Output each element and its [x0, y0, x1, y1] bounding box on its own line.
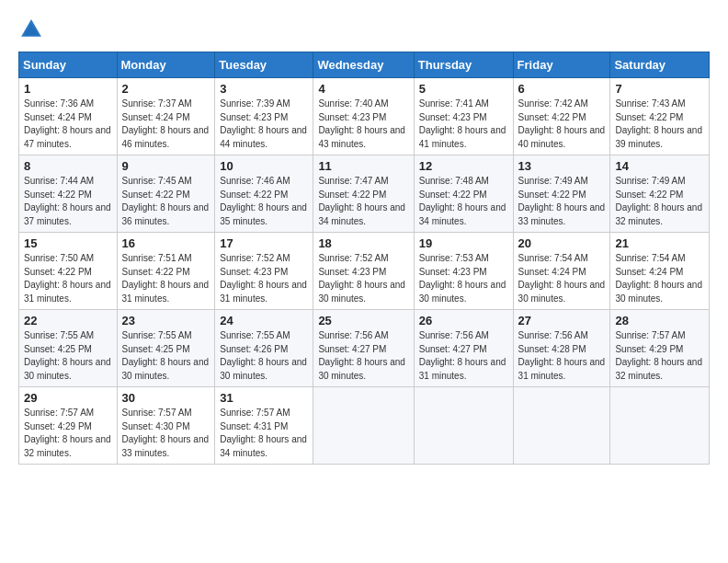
day-number: 9: [122, 159, 210, 173]
calendar-body: 1 Sunrise: 7:36 AMSunset: 4:24 PMDayligh…: [19, 78, 710, 465]
calendar-cell: 30 Sunrise: 7:57 AMSunset: 4:30 PMDaylig…: [117, 387, 215, 465]
day-info: Sunrise: 7:57 AMSunset: 4:30 PMDaylight:…: [122, 408, 210, 458]
calendar-cell: 29 Sunrise: 7:57 AMSunset: 4:29 PMDaylig…: [19, 387, 118, 465]
calendar-cell: 18 Sunrise: 7:52 AMSunset: 4:23 PMDaylig…: [313, 233, 414, 310]
day-info: Sunrise: 7:41 AMSunset: 4:23 PMDaylight:…: [419, 98, 506, 149]
day-number: 30: [122, 391, 210, 405]
weekday-row: Sunday Monday Tuesday Wednesday Thursday…: [19, 52, 710, 78]
calendar-week-1: 1 Sunrise: 7:36 AMSunset: 4:24 PMDayligh…: [19, 78, 710, 155]
day-info: Sunrise: 7:39 AMSunset: 4:23 PMDaylight:…: [220, 98, 307, 149]
day-number: 4: [318, 82, 408, 96]
day-number: 23: [122, 314, 210, 327]
calendar-cell: [313, 387, 414, 465]
day-number: 29: [24, 391, 112, 405]
day-number: 14: [615, 159, 704, 173]
day-number: 22: [24, 314, 112, 327]
calendar-cell: 27 Sunrise: 7:56 AMSunset: 4:28 PMDaylig…: [513, 310, 610, 387]
day-info: Sunrise: 7:56 AMSunset: 4:27 PMDaylight:…: [318, 330, 405, 381]
calendar-week-5: 29 Sunrise: 7:57 AMSunset: 4:29 PMDaylig…: [19, 387, 710, 465]
calendar-cell: 12 Sunrise: 7:48 AMSunset: 4:22 PMDaylig…: [414, 155, 513, 233]
day-info: Sunrise: 7:42 AMSunset: 4:22 PMDaylight:…: [518, 98, 606, 149]
day-number: 3: [220, 82, 308, 96]
day-info: Sunrise: 7:54 AMSunset: 4:24 PMDaylight:…: [615, 253, 702, 304]
day-number: 6: [518, 82, 606, 96]
calendar-cell: 14 Sunrise: 7:49 AMSunset: 4:22 PMDaylig…: [610, 155, 710, 233]
day-info: Sunrise: 7:57 AMSunset: 4:29 PMDaylight:…: [615, 330, 702, 381]
calendar-cell: 21 Sunrise: 7:54 AMSunset: 4:24 PMDaylig…: [610, 233, 710, 310]
col-monday: Monday: [117, 52, 215, 78]
calendar-cell: [414, 387, 513, 465]
day-number: 21: [615, 236, 704, 250]
day-number: 12: [419, 159, 508, 173]
day-number: 10: [220, 159, 308, 173]
col-saturday: Saturday: [610, 52, 710, 78]
col-sunday: Sunday: [19, 52, 118, 78]
calendar-week-2: 8 Sunrise: 7:44 AMSunset: 4:22 PMDayligh…: [19, 155, 710, 233]
calendar-cell: 15 Sunrise: 7:50 AMSunset: 4:22 PMDaylig…: [19, 233, 118, 310]
day-info: Sunrise: 7:40 AMSunset: 4:23 PMDaylight:…: [318, 98, 405, 149]
calendar-cell: 16 Sunrise: 7:51 AMSunset: 4:22 PMDaylig…: [117, 233, 215, 310]
calendar-cell: 2 Sunrise: 7:37 AMSunset: 4:24 PMDayligh…: [117, 78, 215, 155]
day-number: 11: [318, 159, 408, 173]
day-number: 2: [122, 82, 210, 96]
day-info: Sunrise: 7:49 AMSunset: 4:22 PMDaylight:…: [615, 176, 702, 226]
day-info: Sunrise: 7:49 AMSunset: 4:22 PMDaylight:…: [518, 176, 606, 226]
day-info: Sunrise: 7:55 AMSunset: 4:25 PMDaylight:…: [122, 330, 210, 381]
day-number: 20: [518, 236, 606, 250]
calendar-week-3: 15 Sunrise: 7:50 AMSunset: 4:22 PMDaylig…: [19, 233, 710, 310]
calendar-cell: 1 Sunrise: 7:36 AMSunset: 4:24 PMDayligh…: [19, 78, 118, 155]
calendar-cell: 24 Sunrise: 7:55 AMSunset: 4:26 PMDaylig…: [215, 310, 313, 387]
day-info: Sunrise: 7:47 AMSunset: 4:22 PMDaylight:…: [318, 176, 405, 226]
header: [18, 17, 710, 42]
day-number: 24: [220, 314, 308, 327]
calendar-cell: 6 Sunrise: 7:42 AMSunset: 4:22 PMDayligh…: [513, 78, 610, 155]
day-number: 17: [220, 236, 308, 250]
calendar-table: Sunday Monday Tuesday Wednesday Thursday…: [18, 52, 710, 465]
day-info: Sunrise: 7:54 AMSunset: 4:24 PMDaylight:…: [518, 253, 606, 304]
logo-icon: [18, 17, 44, 42]
calendar-cell: 20 Sunrise: 7:54 AMSunset: 4:24 PMDaylig…: [513, 233, 610, 310]
calendar-cell: 31 Sunrise: 7:57 AMSunset: 4:31 PMDaylig…: [215, 387, 313, 465]
day-info: Sunrise: 7:44 AMSunset: 4:22 PMDaylight:…: [24, 176, 111, 226]
day-number: 8: [24, 159, 112, 173]
day-info: Sunrise: 7:57 AMSunset: 4:31 PMDaylight:…: [220, 408, 307, 458]
day-info: Sunrise: 7:51 AMSunset: 4:22 PMDaylight:…: [122, 253, 210, 304]
calendar-cell: 17 Sunrise: 7:52 AMSunset: 4:23 PMDaylig…: [215, 233, 313, 310]
day-info: Sunrise: 7:52 AMSunset: 4:23 PMDaylight:…: [220, 253, 307, 304]
calendar-cell: 11 Sunrise: 7:47 AMSunset: 4:22 PMDaylig…: [313, 155, 414, 233]
day-number: 1: [24, 82, 112, 96]
calendar-cell: 10 Sunrise: 7:46 AMSunset: 4:22 PMDaylig…: [215, 155, 313, 233]
day-info: Sunrise: 7:48 AMSunset: 4:22 PMDaylight:…: [419, 176, 506, 226]
day-info: Sunrise: 7:50 AMSunset: 4:22 PMDaylight:…: [24, 253, 111, 304]
day-number: 31: [220, 391, 308, 405]
col-friday: Friday: [513, 52, 610, 78]
day-number: 25: [318, 314, 408, 327]
calendar-cell: 5 Sunrise: 7:41 AMSunset: 4:23 PMDayligh…: [414, 78, 513, 155]
day-info: Sunrise: 7:37 AMSunset: 4:24 PMDaylight:…: [122, 98, 210, 149]
day-info: Sunrise: 7:52 AMSunset: 4:23 PMDaylight:…: [318, 253, 405, 304]
calendar-cell: [513, 387, 610, 465]
col-wednesday: Wednesday: [313, 52, 414, 78]
day-number: 19: [419, 236, 508, 250]
calendar-cell: 9 Sunrise: 7:45 AMSunset: 4:22 PMDayligh…: [117, 155, 215, 233]
day-info: Sunrise: 7:57 AMSunset: 4:29 PMDaylight:…: [24, 408, 111, 458]
day-number: 15: [24, 236, 112, 250]
day-number: 7: [615, 82, 704, 96]
calendar-cell: 8 Sunrise: 7:44 AMSunset: 4:22 PMDayligh…: [19, 155, 118, 233]
calendar-cell: 22 Sunrise: 7:55 AMSunset: 4:25 PMDaylig…: [19, 310, 118, 387]
day-info: Sunrise: 7:55 AMSunset: 4:25 PMDaylight:…: [24, 330, 111, 381]
day-number: 16: [122, 236, 210, 250]
col-tuesday: Tuesday: [215, 52, 313, 78]
calendar-cell: 28 Sunrise: 7:57 AMSunset: 4:29 PMDaylig…: [610, 310, 710, 387]
calendar-cell: 13 Sunrise: 7:49 AMSunset: 4:22 PMDaylig…: [513, 155, 610, 233]
calendar-header: Sunday Monday Tuesday Wednesday Thursday…: [19, 52, 710, 78]
calendar-cell: 23 Sunrise: 7:55 AMSunset: 4:25 PMDaylig…: [117, 310, 215, 387]
day-info: Sunrise: 7:43 AMSunset: 4:22 PMDaylight:…: [615, 98, 702, 149]
day-info: Sunrise: 7:45 AMSunset: 4:22 PMDaylight:…: [122, 176, 210, 226]
day-number: 5: [419, 82, 508, 96]
calendar-cell: [610, 387, 710, 465]
day-number: 28: [615, 314, 704, 327]
day-info: Sunrise: 7:53 AMSunset: 4:23 PMDaylight:…: [419, 253, 506, 304]
calendar-cell: 19 Sunrise: 7:53 AMSunset: 4:23 PMDaylig…: [414, 233, 513, 310]
day-number: 26: [419, 314, 508, 327]
